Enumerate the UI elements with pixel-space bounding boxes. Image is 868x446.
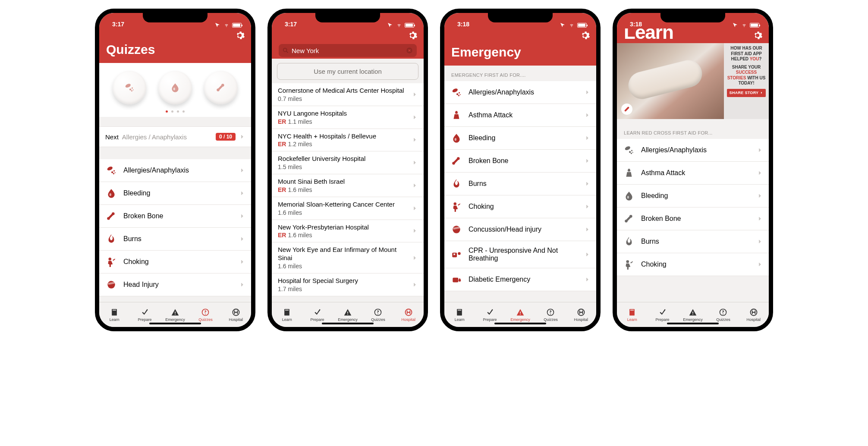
tab-learn[interactable]: Learn [444, 302, 475, 327]
topic-row[interactable]: Broken Bone [99, 205, 251, 228]
p-allergy-icon [623, 144, 635, 156]
header: Emergency [444, 28, 596, 66]
content: HOW HAS OUR FIRST AID APP HELPED YOU? SH… [617, 43, 769, 302]
search-field[interactable] [279, 44, 417, 57]
hospital-row[interactable]: New York-Presbyterian Hospital ER1.6 mil… [272, 220, 424, 243]
tab-learn[interactable]: Learn [99, 302, 129, 327]
clear-icon[interactable] [406, 47, 413, 54]
promo-banner[interactable]: HOW HAS OUR FIRST AID APP HELPED YOU? SH… [617, 43, 769, 119]
topic-label: Bleeding [469, 134, 578, 142]
topic-row[interactable]: Bleeding [617, 185, 769, 207]
share-story-button[interactable]: SHARE STORY [727, 89, 766, 97]
chevron-right-icon [239, 259, 245, 265]
tab-hospital[interactable]: Hospital [739, 302, 769, 327]
quiz-circle-allergy[interactable] [113, 71, 146, 104]
t-quizzes-icon [718, 308, 728, 317]
settings-button[interactable] [580, 30, 590, 42]
tab-hospital[interactable]: Hospital [393, 302, 424, 327]
topic-row[interactable]: Diabetic Emergency [444, 268, 596, 291]
p-bone-icon [106, 210, 117, 222]
page-title: Emergency [451, 45, 589, 60]
header [272, 28, 424, 59]
chevron-right-icon [412, 205, 418, 211]
header: Quizzes [99, 28, 251, 63]
t-hospital-icon [576, 308, 586, 317]
topic-row[interactable]: Burns [444, 173, 596, 195]
hospital-row[interactable]: NYC Health + Hospitals / Bellevue ER1.2 … [272, 129, 424, 152]
hospital-row[interactable]: Hospital for Special Surgery 1.7 miles [272, 273, 424, 296]
p-bone-icon [623, 213, 635, 224]
t-hospital-icon [231, 308, 241, 317]
banner-image [617, 43, 724, 119]
topic-row[interactable]: Asthma Attack [617, 162, 769, 185]
chevron-right-icon [584, 112, 590, 118]
next-label: Next [105, 133, 119, 141]
quiz-carousel[interactable] [99, 63, 251, 107]
hospital-row[interactable]: New York Eye and Ear Infirmary of Mount … [272, 242, 424, 273]
tab-learn[interactable]: Learn [617, 302, 647, 327]
topic-row[interactable]: Burns [617, 230, 769, 253]
tab-hospital[interactable]: Hospital [221, 302, 251, 327]
tab-label: Quizzes [198, 317, 213, 322]
topic-row[interactable]: Allergies/Anaphylaxis [444, 81, 596, 104]
t-quizzes-icon [201, 308, 210, 317]
bone-icon [215, 82, 226, 93]
topic-row[interactable]: Choking [99, 251, 251, 273]
blood-drop-icon [170, 82, 181, 93]
search-input[interactable] [292, 47, 403, 54]
topic-row[interactable]: Bleeding [99, 182, 251, 205]
topic-label: Allergies/Anaphylaxis [641, 146, 751, 154]
topic-label: Diabetic Emergency [469, 276, 578, 283]
topic-row[interactable]: Allergies/Anaphylaxis [617, 139, 769, 162]
hospital-row[interactable]: Memorial Sloan-Kettering Cancer Center 1… [272, 197, 424, 220]
topic-row[interactable]: Head Injury [99, 273, 251, 296]
p-choke-icon [106, 256, 117, 267]
home-indicator [322, 323, 374, 324]
settings-button[interactable] [752, 30, 763, 42]
hospital-row[interactable]: Rockefeller University Hospital 1.5 mile… [272, 151, 424, 174]
hospital-name: Cornerstone of Medical Arts Center Hospi… [278, 87, 412, 95]
topic-row[interactable]: Broken Bone [444, 150, 596, 173]
tab-hospital[interactable]: Hospital [566, 302, 596, 327]
battery-icon [405, 23, 414, 28]
tab-label: Emergency [683, 317, 703, 322]
home-indicator [667, 323, 719, 324]
topic-row[interactable]: Concussion/Head injury [444, 218, 596, 241]
topic-row[interactable]: Burns [99, 228, 251, 251]
topic-row[interactable]: Choking [617, 253, 769, 276]
p-asthma-icon [451, 110, 462, 121]
quiz-circle-bleeding[interactable] [158, 71, 192, 104]
next-quiz-row[interactable]: Next Allergies / Anaphylaxis 0 / 10 [99, 126, 251, 147]
topic-row[interactable]: Allergies/Anaphylaxis [99, 159, 251, 182]
hospital-row[interactable]: Cornerstone of Medical Arts Center Hospi… [272, 83, 424, 106]
settings-button[interactable] [407, 30, 418, 42]
topic-row[interactable]: CPR - Unresponsive And Not Breathing [444, 241, 596, 268]
topic-row[interactable]: Broken Bone [617, 207, 769, 230]
hospital-name: NYC Health + Hospitals / Bellevue [278, 132, 412, 141]
chevron-right-icon [412, 182, 418, 188]
chevron-right-icon [584, 89, 590, 95]
use-location-button[interactable]: Use my current location [277, 63, 418, 80]
tab-label: Prepare [138, 317, 152, 322]
tab-learn[interactable]: Learn [272, 302, 302, 327]
tab-label: Hospital [402, 317, 416, 322]
hospital-name: NYU Langone Hospitals [278, 110, 412, 118]
topic-row[interactable]: Choking [444, 195, 596, 218]
chevron-right-icon [584, 158, 590, 164]
tab-label: Learn [110, 317, 120, 322]
learn-topic-list: Allergies/Anaphylaxis Asthma Attack Blee… [617, 139, 769, 276]
topic-row[interactable]: Bleeding [444, 127, 596, 150]
settings-button[interactable] [235, 30, 245, 42]
svg-rect-24 [624, 107, 629, 112]
quiz-circle-bone[interactable] [204, 71, 238, 104]
home-indicator [494, 323, 546, 324]
p-burn-icon [623, 236, 635, 247]
t-emergency-icon [516, 308, 525, 317]
hospital-row[interactable]: NYU Langone Hospitals ER1.1 miles [272, 106, 424, 129]
p-head-icon [106, 279, 117, 290]
hospital-name: Memorial Sloan-Kettering Cancer Center [278, 201, 412, 209]
topic-label: Burns [469, 180, 578, 188]
hospital-row[interactable]: Mount Sinai Beth Israel ER1.6 miles [272, 174, 424, 197]
topic-row[interactable]: Asthma Attack [444, 104, 596, 127]
chevron-right-icon [757, 239, 763, 245]
